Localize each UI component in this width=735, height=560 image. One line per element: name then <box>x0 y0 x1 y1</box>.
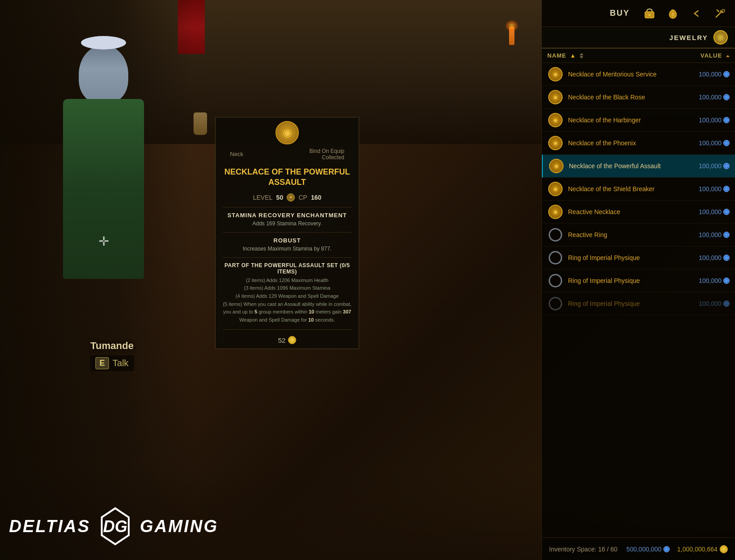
item-icon <box>548 158 564 174</box>
column-headers: NAME ▲ VALUE <box>542 49 735 63</box>
item-icon <box>547 135 564 151</box>
item-value-coin-icon <box>723 278 730 284</box>
item-name-label: Ring of Imperial Physique <box>568 300 694 307</box>
item-value-label: 100,000 <box>699 94 730 101</box>
item-name-label: Reactive Ring <box>568 231 694 238</box>
col-name-sort-asc: ▲ <box>570 52 576 59</box>
item-icon <box>547 66 564 82</box>
tooltip-item-icon <box>275 121 299 144</box>
gold-coin-status-icon <box>720 545 728 553</box>
interact-label: Talk <box>113 358 129 368</box>
divider-4 <box>223 329 352 330</box>
tooltip-status: Collected <box>302 154 352 163</box>
nav-moneybag-icon[interactable]: $ <box>665 5 681 22</box>
list-item[interactable]: Ring of Imperial Physique100,000 <box>542 292 735 315</box>
item-value-label: 100,000 <box>699 254 730 261</box>
list-item[interactable]: Necklace of the Black Rose100,000 <box>542 86 735 109</box>
tooltip-price-area: 52 <box>216 332 359 349</box>
item-icon <box>547 250 564 266</box>
tooltip-slot: Neck <box>223 148 251 163</box>
item-value-coin-icon <box>723 186 730 192</box>
item-tooltip: Neck Bind On Equip Collected NECKLACE OF… <box>215 117 359 349</box>
set-title: PART OF THE POWERFUL ASSAULT SET (0/5 IT… <box>216 260 359 276</box>
list-item[interactable]: Reactive Necklace100,000 <box>542 201 735 224</box>
list-item[interactable]: Necklace of the Powerful Assault100,000 <box>542 155 735 178</box>
bg-tankard <box>194 112 207 135</box>
item-name-label: Necklace of the Harbinger <box>568 116 694 124</box>
character-head <box>79 45 128 103</box>
item-value-label: 100,000 <box>699 231 730 238</box>
item-value-coin-icon <box>723 300 730 307</box>
svg-point-6 <box>722 9 725 12</box>
category-label: JEWELRY <box>669 34 708 41</box>
item-icon <box>547 181 564 197</box>
item-value-label: 100,000 <box>699 208 730 215</box>
item-icon <box>547 296 564 312</box>
item-name-label: Necklace of the Phoenix <box>568 139 694 147</box>
list-item[interactable]: Reactive Ring100,000 <box>542 224 735 246</box>
set-bonuses: (2 items) Adds 1206 Maximum Health (3 it… <box>216 276 359 328</box>
set-bonus-5: (5 items) When you cast an Assault abili… <box>223 300 352 324</box>
divider-3 <box>223 257 352 258</box>
item-name-label: Necklace of the Black Rose <box>568 94 694 101</box>
item-value-coin-icon <box>723 255 730 261</box>
item-list[interactable]: Necklace of Meritorious Service100,000Ne… <box>542 63 735 533</box>
item-name-label: Reactive Necklace <box>568 208 694 215</box>
item-value-coin-icon <box>723 209 730 215</box>
jewelry-icon: ◎ <box>713 30 728 45</box>
tooltip-item-name: NECKLACE OF THE POWERFUL ASSAULT <box>216 163 359 192</box>
list-item[interactable]: Necklace of the Harbinger100,000 <box>542 109 735 132</box>
nav-tools-icon[interactable] <box>712 5 728 22</box>
item-name-label: Ring of Imperial Physique <box>568 254 694 261</box>
item-name-label: Necklace of the Powerful Assault <box>569 162 694 170</box>
list-item[interactable]: Necklace of the Phoenix100,000 <box>542 132 735 155</box>
sort-icon <box>580 53 583 58</box>
set-bonus-2: (3 items) Adds 1096 Maximum Stamina <box>223 284 352 292</box>
tooltip-bind: Bind On Equip <box>302 148 352 154</box>
level-value: 50 <box>276 194 284 201</box>
item-value-coin-icon <box>723 140 730 146</box>
item-value-label: 100,000 <box>699 185 730 193</box>
nav-bag-icon[interactable] <box>641 5 658 22</box>
list-item[interactable]: Ring of Imperial Physique100,000 <box>542 269 735 292</box>
item-value-label: 100,000 <box>699 71 730 78</box>
set-bonus-1: (2 items) Adds 1206 Maximum Health <box>223 277 352 285</box>
level-label: LEVEL <box>253 194 273 201</box>
col-name-header[interactable]: NAME ▲ <box>547 52 676 59</box>
item-icon <box>547 89 564 105</box>
scene-torch <box>509 27 514 45</box>
npc-interact[interactable]: E Talk <box>90 355 134 371</box>
item-value-label: 100,000 <box>699 139 730 147</box>
item-name-label: Necklace of Meritorious Service <box>568 71 694 78</box>
tooltip-icon-area <box>216 117 359 146</box>
list-item[interactable]: Necklace of Meritorious Service100,000 <box>542 63 735 86</box>
list-item[interactable]: Ring of Imperial Physique100,000 <box>542 246 735 269</box>
character-body: ✛ <box>63 99 144 279</box>
trait-title: ROBUST <box>216 234 359 245</box>
item-value-coin-icon <box>723 232 730 238</box>
item-icon <box>547 112 564 128</box>
item-icon <box>547 227 564 243</box>
col-value-header[interactable]: VALUE <box>676 52 730 59</box>
col-value-sort-icon <box>726 55 730 57</box>
cp-value: 160 <box>311 194 321 201</box>
blue-currency: 500,000,000 <box>627 546 670 553</box>
item-icon <box>547 204 564 220</box>
category-tab: JEWELRY ◎ <box>542 27 735 49</box>
enchant-title: STAMINA RECOVERY ENCHANTMENT <box>216 209 359 220</box>
nav-return-icon[interactable] <box>688 5 704 22</box>
gold-coin-icon <box>288 336 296 344</box>
logo-deltias: DELTIAS <box>9 517 90 536</box>
item-value-coin-icon <box>723 71 730 77</box>
currency-info: 500,000,000 1,000,000,664 <box>627 545 728 553</box>
item-name-label: Ring of Imperial Physique <box>568 277 694 284</box>
logo-dg-icon: DG <box>95 506 135 547</box>
character-figure: ✛ <box>54 45 153 360</box>
item-value-coin-icon <box>723 163 730 169</box>
svg-text:DG: DG <box>103 517 127 536</box>
buy-label: BUY <box>610 9 630 18</box>
price-value: 52 <box>278 336 286 344</box>
cp-icon: ✦ <box>287 193 295 202</box>
item-value-coin-icon <box>723 94 730 100</box>
list-item[interactable]: Necklace of the Shield Breaker100,000 <box>542 178 735 201</box>
